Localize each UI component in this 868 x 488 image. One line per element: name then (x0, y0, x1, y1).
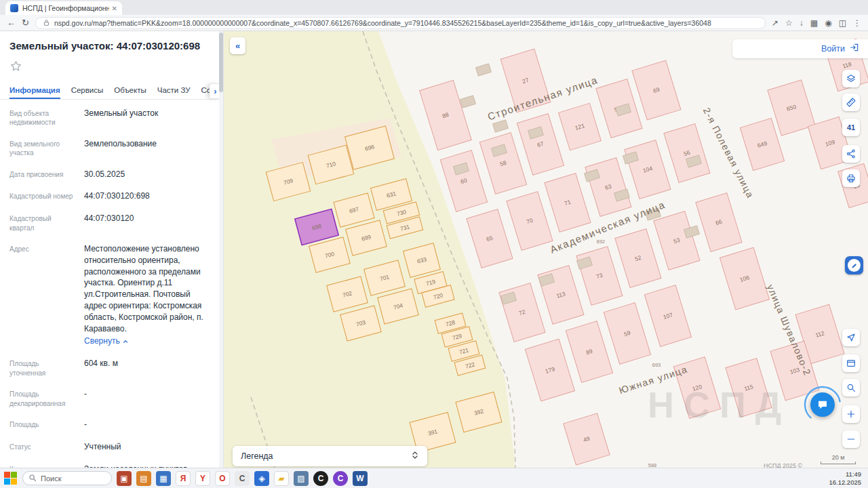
profile-icon[interactable]: ◉ (825, 19, 831, 27)
map-area[interactable]: 7097106966976317307316986997006337017197… (224, 31, 868, 468)
tab-информация[interactable]: Информация (9, 82, 60, 99)
browser-tabbar: НСПД | Геоинформационный п ✕ (0, 0, 868, 15)
objects-count-button[interactable]: 41 (842, 119, 860, 136)
start-button[interactable] (4, 472, 18, 485)
back-icon[interactable]: ← (7, 18, 16, 27)
tab-объекты[interactable]: Объекты (114, 82, 146, 99)
chat-button[interactable] (810, 392, 835, 417)
panel-view-button[interactable] (842, 354, 860, 372)
map-canvas[interactable]: 7097106966976317307316986997006337017197… (224, 31, 868, 468)
field-row: Площадь декларированная- (9, 383, 215, 413)
chat-widget (802, 384, 843, 425)
clock-time: 11:49 (829, 470, 861, 479)
feedback-button[interactable] (845, 256, 863, 274)
address-collapse-link[interactable]: Свернуть (84, 336, 129, 347)
scale-label: 20 м (832, 454, 845, 461)
taskbar-clock[interactable]: 11:49 16.12.2025 (829, 470, 864, 487)
content: Земельный участок: 44:07:030120:698 Инфо… (0, 31, 868, 468)
info-panel: Земельный участок: 44:07:030120:698 Инфо… (0, 31, 224, 468)
bookmark-icon[interactable]: ☆ (785, 19, 793, 27)
share-icon[interactable]: ↗ (772, 19, 778, 27)
tab-части зу[interactable]: Части ЗУ (157, 82, 191, 99)
field-label: Площадь уточненная (9, 358, 75, 378)
scrollbar-thumb[interactable] (219, 33, 223, 92)
reload-icon[interactable]: ↻ (22, 18, 29, 27)
taskbar: Поиск ▣▤▦ЯYOC◈▰▨CCW 11:49 16.12.2025 (0, 468, 868, 488)
tab-close-icon[interactable]: ✕ (112, 5, 117, 12)
login-icon (849, 42, 860, 56)
field-row: СтатусУчтенный (9, 436, 215, 458)
field-value: Земли населенных пунктов (84, 464, 215, 468)
field-label: Площадь декларированная (9, 388, 75, 408)
search-area-button[interactable] (842, 379, 860, 396)
login-button[interactable]: Войти (821, 44, 845, 54)
field-label: Категория земель (9, 464, 75, 468)
yandex-browser-icon[interactable]: Я (176, 471, 191, 486)
scale-line (821, 462, 856, 464)
parcel-588[interactable]: 588 (648, 462, 657, 468)
layers-button[interactable] (842, 70, 860, 87)
favorite-star-icon[interactable] (0, 56, 32, 75)
field-value: Земельный участок (84, 108, 215, 127)
app-grid-icon[interactable]: ▦ (156, 471, 171, 486)
panel-tabs: ИнформацияСервисыОбъектыЧасти ЗУСост› (0, 82, 223, 100)
field-value: 44:07:030120:698 (84, 190, 215, 202)
field-value: Землепользование (84, 138, 215, 158)
app-c-gray-icon[interactable]: C (235, 471, 250, 486)
opera-icon[interactable]: O (215, 471, 230, 486)
word-icon[interactable]: W (353, 471, 368, 486)
locate-button[interactable] (842, 329, 860, 346)
app-y-icon[interactable]: Y (195, 471, 210, 486)
panel-scrollbar[interactable] (219, 31, 223, 468)
panel-title: Земельный участок: 44:07:030120:698 (0, 31, 223, 56)
app-c-purple-icon[interactable]: C (333, 471, 348, 486)
field-label: Кадастровый квартал (9, 213, 75, 232)
field-row: Кадастровый квартал44:07:030120 (9, 207, 215, 238)
share-button[interactable] (842, 145, 860, 163)
taskbar-search[interactable]: Поиск (22, 471, 112, 485)
print-button[interactable] (842, 169, 860, 187)
url-bar[interactable]: nspd.gov.ru/map?thematic=PKK&zoom=18.000… (35, 17, 766, 29)
legend-bar[interactable]: Легенда (233, 446, 427, 466)
field-row: Вид объекта недвижимостиЗемельный участо… (9, 102, 215, 133)
field-label: Вид земельного участка (9, 138, 75, 158)
pen-icon (848, 259, 861, 272)
panel-fields: Вид объекта недвижимостиЗемельный участо… (0, 100, 223, 468)
field-row: Площадь уточненная604 кв. м (9, 352, 215, 383)
tab-title: НСПД | Геоинформационный п (22, 4, 109, 12)
field-value: 604 кв. м (84, 358, 215, 378)
measure-button[interactable] (842, 94, 860, 111)
sidebar-icon[interactable]: ◫ (839, 19, 846, 27)
parcel-692[interactable]: 692 (597, 239, 606, 245)
zoom-out-button[interactable] (842, 430, 860, 448)
field-label: Адрес (9, 243, 75, 347)
field-value: Учтенный (84, 441, 215, 453)
folder-icon[interactable]: ▰ (274, 471, 289, 486)
legend-toggle-icon[interactable] (411, 450, 419, 463)
search-icon (28, 472, 37, 485)
panel-collapse-button[interactable]: « (230, 37, 245, 54)
extensions-icon[interactable]: ▦ (810, 19, 818, 27)
nspd-favicon-icon (10, 4, 18, 12)
field-label: Дата присвоения (9, 169, 75, 180)
app-slate-icon[interactable]: ▨ (294, 471, 309, 486)
app-gallery-icon[interactable]: ▣ (117, 471, 132, 486)
download-icon[interactable]: ↓ (800, 19, 804, 27)
svg-text:692: 692 (597, 239, 606, 245)
app-blue-icon[interactable]: ◈ (254, 471, 269, 486)
browser-toolbar: ← ↻ nspd.gov.ru/map?thematic=PKK&zoom=18… (0, 15, 868, 31)
field-row: Дата присвоения30.05.2025 (9, 163, 215, 186)
menu-icon[interactable]: ⋮ (853, 19, 861, 27)
parcel-693[interactable]: 693 (652, 362, 661, 368)
browser-tab[interactable]: НСПД | Геоинформационный п ✕ (5, 1, 122, 15)
field-label: Вид объекта недвижимости (9, 108, 75, 127)
zoom-in-button[interactable] (842, 405, 860, 423)
login-bar: Войти (732, 39, 868, 58)
app-photos-icon[interactable]: ▤ (136, 471, 151, 486)
screen: НСПД | Геоинформационный п ✕ ← ↻ nspd.go… (0, 0, 868, 488)
chat-icon (816, 399, 829, 411)
app-c-black-icon[interactable]: C (313, 471, 328, 486)
tab-сервисы[interactable]: Сервисы (71, 82, 104, 99)
legend-label: Легенда (241, 451, 273, 461)
field-value: - (84, 419, 215, 430)
